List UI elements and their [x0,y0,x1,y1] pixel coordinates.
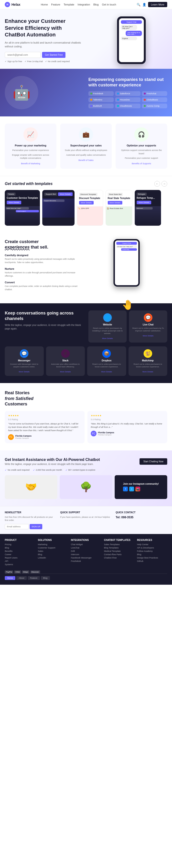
logo-icon: H [5,2,10,7]
footer-career[interactable]: Career [5,553,35,556]
footer-chatbot-templates: CHATBOT TEMPLATES Sales Templates Blog T… [104,539,134,567]
template-btn-2[interactable]: More Details [58,192,73,196]
template-btn-3[interactable]: More Details [79,201,94,205]
footer-api[interactable]: API [5,560,35,562]
footer-chatbot-flow[interactable]: Chatbot Flow [104,557,134,559]
footer-blog-sol[interactable]: Blog [38,553,68,556]
nav-contact[interactable]: Get in touch [102,3,116,6]
quick-support-col: QUICK SUPPORT If you have questions, ple… [60,511,112,529]
footer-tab-home[interactable]: Home [5,576,15,580]
testimonials-section: Real Stories from Satisfied Customers ★★… [0,383,172,450]
nav-template[interactable]: Template [64,3,74,6]
template-btn-4[interactable]: More Details [108,201,122,205]
hero-email-input[interactable] [5,52,41,58]
footer-help-center[interactable]: Help Center [137,543,167,546]
cta-text: Get Instant Assistance with Our AI-Power… [5,458,100,465]
cta-button[interactable]: Start Chatting Now [140,458,167,465]
nav-home[interactable]: Home [41,3,48,6]
newsletter-subscribe-button[interactable]: SIGN UP [30,524,42,529]
quick-contact-col: QUICK CONTACT Tel: 098-3535 [116,511,167,529]
mini-chat-1: Hello! How can I help? I need support [5,206,40,214]
benefit-sales-item1: Scale your efforts without scaling emplo… [64,149,108,152]
template-tag-4: Real State Bot [108,193,123,196]
hero-cta-button[interactable]: Get Started Free [42,52,66,58]
footer-blog-templates[interactable]: Blog Templates [104,547,134,549]
nav-integration[interactable]: Integration [78,3,90,6]
channel-mailchimp-link[interactable]: More Details [142,371,153,373]
benefit-marketing-link[interactable]: Benefit of Marketing [21,162,40,165]
footer-report-users[interactable]: Report Users [5,557,35,559]
footer-intercom[interactable]: Intercom [71,553,101,556]
template-card-3: Discount Template Discount Template More… [77,190,103,226]
footer-design-practices[interactable]: Design Best Practices [137,557,167,559]
footer-contact-flow[interactable]: Contact-flow Parts [104,553,134,556]
channel-dropbox-name: Dropbox [90,359,123,362]
partner-buildsoft: BuildSoft [89,103,114,108]
cta-features: ✓ No credit card required ✓ 2,000 free w… [5,469,167,471]
footer-drift[interactable]: Drift [71,550,101,552]
benefit-sales-link[interactable]: Benefit of Sales [78,159,93,161]
templates-next-button[interactable]: → [162,181,167,187]
rating-1: 5.0 Rating [8,418,81,421]
template-btn-1[interactable]: More Details [7,201,21,204]
footer-blog[interactable]: Blog [5,547,35,549]
footer-benefits[interactable]: Benefits [5,550,35,552]
channel-slack-link[interactable]: More Details [60,371,71,373]
testimonials-heading: Real Stories from Satisfied Customers [5,390,167,407]
logo-text: Helax [11,3,20,6]
footer-follow-academy[interactable]: Follow Academy [137,550,167,552]
author-name-1: Florida Campos [15,435,31,437]
footer-linkedin[interactable]: LinkedIn [38,557,68,559]
channel-slack: # Slack Automate your office workflows t… [46,346,85,376]
instagram-icon[interactable]: 📷 [136,487,140,491]
footer-fb-messenger[interactable]: Facebook Messenger [71,557,101,559]
hero-image: Support Chat Hi! How Can I help you? I a… [96,17,167,64]
nav-blog[interactable]: Blog [93,3,99,6]
footer-blog-res[interactable]: Blog [137,553,167,556]
footer-freshdesk[interactable]: Freshdesk [71,560,101,562]
footer-chat-widget[interactable]: Chat Widget [71,543,101,546]
footer-tab-about[interactable]: About [16,576,27,580]
template-btn-5[interactable]: More Details [137,201,151,204]
channel-livechat-link[interactable]: More Details [143,335,154,337]
benefit-support-link[interactable]: Benefits of Supports [132,162,151,165]
footer-github[interactable]: Github [137,560,167,562]
facebook-icon[interactable]: f [123,487,128,491]
logo[interactable]: H Helax [5,2,20,7]
footer-api-dev[interactable]: API & Developers [137,547,167,549]
hand-chat-header: Support Chat [116,242,137,245]
check-icon: ✓ [5,60,7,63]
template-card-5: Refugee Refugee Temp... More Details Wel… [135,190,161,226]
partner-dot [144,99,146,101]
newsletter-email-input[interactable] [5,524,29,529]
footer-pricing[interactable]: Pricing [5,543,35,546]
payment-paypal: PayPal [5,570,13,574]
template-title-5: Refugee Temp... [137,197,159,199]
partner-dot [144,93,146,94]
partner-dot [117,105,119,107]
footer-customer-support[interactable]: Customer Support [38,547,68,549]
template-header-5: Refugee Refugee Temp... More Details [135,190,161,206]
nav-feature[interactable]: Feature [51,3,60,6]
hero-text: Enhance your Customer Service Efficiency… [5,18,81,63]
search-icon[interactable]: 🔍 [137,3,141,6]
payment-discover: Discover [30,570,40,574]
channel-messenger-link[interactable]: More Details [19,371,30,373]
mini-chat-5: Welcome! [135,206,161,211]
user-icon[interactable]: 👤 [142,3,146,6]
footer-sales-templates[interactable]: Sales Templates [104,543,134,546]
templates-prev-button[interactable]: ← [154,181,160,187]
twitter-icon[interactable]: t [129,487,134,491]
learn-more-button[interactable]: Learn More [148,2,167,7]
footer-livechat[interactable]: LiveChat [71,547,101,549]
author-name-2: Florida Campos [98,431,114,434]
footer-medical-template[interactable]: Medical Template [104,550,134,552]
footer-sales[interactable]: Sales [38,550,68,552]
footer-tab-feature[interactable]: Feature [28,576,40,580]
channel-website-link[interactable]: More Details [102,337,113,340]
footer-marketing[interactable]: Marketing [38,543,68,546]
footer-systems[interactable]: Systems [5,563,35,566]
footer-tab-blog[interactable]: Blog [41,576,50,580]
channel-dropbox-link[interactable]: More Details [101,371,112,373]
mailchimp-icon: 🐒 [144,349,152,358]
